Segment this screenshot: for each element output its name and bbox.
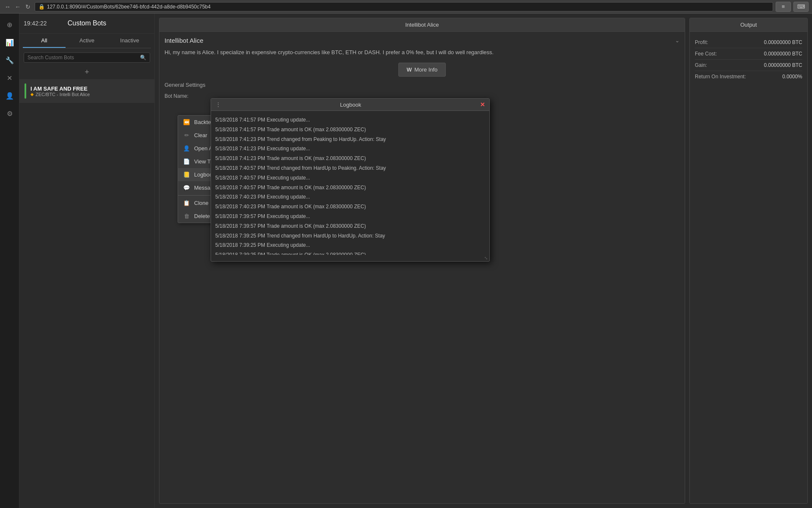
bot-name: I AM SAFE AND FREE [30, 86, 149, 92]
keyboard-icon: ⌨ [797, 3, 805, 10]
roi-value: 0.0000% [782, 74, 802, 80]
output-roi-row: Return On Investment: 0.0000% [695, 71, 802, 82]
delete-icon: 🗑 [183, 213, 190, 219]
nav-close-icon[interactable]: ✕ [3, 71, 16, 85]
browser-right-icons: ≡ ⌨ [776, 2, 809, 12]
more-info-button[interactable]: W More Info [398, 63, 445, 77]
intellibot-title-row: Intellibot Alice ⌄ [165, 37, 680, 44]
general-settings: General Settings Bot Name: [165, 82, 680, 101]
profit-value: 0.00000000 BTC [764, 39, 802, 45]
output-panel: Output Profit: 0.00000000 BTC Fee Cost: … [689, 18, 808, 504]
gain-label: Gain: [695, 62, 707, 68]
address-bar[interactable]: 🔒 127.0.0.1:8090/#/CustomBots/62bee746-b… [35, 2, 773, 11]
bot-list-item[interactable]: I AM SAFE AND FREE ◆ ZEC/BTC - Intelli B… [19, 79, 154, 103]
message-icon: 💬 [183, 185, 190, 191]
fee-value: 0.00000000 BTC [764, 51, 802, 57]
log-entry: 5/18/2018 7:40:23 PM Executing update... [215, 192, 485, 202]
log-entry: 5/18/2018 7:39:25 PM Trend changed from … [215, 231, 485, 241]
tab-active[interactable]: Active [66, 34, 108, 48]
output-panel-header: Output [690, 18, 807, 32]
cursor-icon: ↔ [3, 3, 12, 11]
bot-name-label: Bot Name: [165, 93, 189, 99]
nav-tools-icon[interactable]: 🔧 [3, 53, 16, 67]
logbook-body[interactable]: 5/18/2018 7:41:57 PM Executing update...… [211, 111, 489, 255]
general-settings-title: General Settings [165, 82, 680, 88]
log-entry: 5/18/2018 7:41:23 PM Trade amount is OK … [215, 154, 485, 163]
clear-icon: ✏ [183, 132, 190, 138]
intellibot-panel-header: Intellibot Alice [159, 18, 685, 32]
logbook-dialog-header: ⋮ Logbook ✕ [211, 99, 489, 111]
browser-chrome: ↔ ← ↻ 🔒 127.0.0.1:8090/#/CustomBots/62be… [0, 0, 812, 14]
log-entry: 5/18/2018 7:40:57 PM Trade amount is OK … [215, 183, 485, 193]
clear-label: Clear [194, 132, 207, 138]
bot-pair-text: ZEC/BTC - Intelli Bot Alice [36, 92, 90, 97]
app-time: 19:42:22 [24, 20, 47, 27]
output-fee-row: Fee Cost: 0.00000000 BTC [695, 48, 802, 60]
url-text: 127.0.0.1:8090/#/CustomBots/62bee746-bfc… [47, 4, 211, 10]
bot-status-indicator [25, 83, 26, 99]
logbook-close-button[interactable]: ✕ [480, 101, 485, 108]
intellibot-title: Intellibot Alice [165, 37, 203, 44]
logbook-icon: 📒 [183, 171, 190, 178]
nav-cursor-icon: ⊕ [3, 18, 16, 31]
delete-label: Delete [194, 213, 210, 219]
clone-icon: 📋 [183, 200, 190, 206]
log-entry: 5/18/2018 7:41:23 PM Trend changed from … [215, 135, 485, 144]
search-bar: 🔍 [24, 52, 150, 63]
hamburger-icon: ≡ [782, 3, 785, 10]
profit-label: Profit: [695, 39, 708, 45]
keyboard-button[interactable]: ⌨ [793, 2, 809, 12]
gain-value: 0.00000000 BTC [764, 62, 802, 68]
tab-inactive[interactable]: Inactive [108, 34, 151, 48]
output-gain-row: Gain: 0.00000000 BTC [695, 60, 802, 71]
more-info-icon: W [406, 66, 411, 73]
sidebar: Custom Bots 19:42:22 All Active Inactive… [19, 14, 155, 508]
tab-all[interactable]: All [23, 34, 66, 48]
logbook-dialog-title: Logbook [221, 102, 480, 108]
hamburger-button[interactable]: ≡ [776, 2, 791, 12]
log-entry: 5/18/2018 7:41:57 PM Executing update... [215, 115, 485, 125]
log-entry: 5/18/2018 7:40:57 PM Executing update... [215, 173, 485, 183]
trades-icon: 📄 [183, 158, 190, 165]
log-entry: 5/18/2018 7:40:57 PM Trend changed from … [215, 163, 485, 173]
tab-bar: All Active Inactive [23, 34, 151, 48]
clone-label: Clone [194, 200, 208, 206]
log-entry: 5/18/2018 7:39:25 PM Trade amount is OK … [215, 250, 485, 255]
output-content: Profit: 0.00000000 BTC Fee Cost: 0.00000… [690, 32, 807, 87]
backtest-icon: ⏪ [183, 119, 190, 125]
logbook-resize-handle[interactable]: ⤡ [211, 255, 489, 261]
diamond-icon: ◆ [30, 92, 34, 97]
reload-icon[interactable]: ↻ [24, 3, 32, 11]
roi-label: Return On Investment: [695, 74, 746, 80]
bot-info: I AM SAFE AND FREE ◆ ZEC/BTC - Intelli B… [30, 86, 149, 97]
nav-chart-icon[interactable]: 📊 [3, 36, 16, 49]
browser-nav-icons: ↔ ← ↻ [3, 3, 32, 11]
logbook-dialog: ⋮ Logbook ✕ 5/18/2018 7:41:57 PM Executi… [211, 98, 490, 262]
intellibot-description: Hi, my name is Alice. I specialize in ex… [165, 48, 680, 57]
back-icon[interactable]: ← [14, 3, 22, 11]
more-info-label: More Info [414, 66, 438, 73]
add-bot-button[interactable]: + [19, 65, 154, 79]
lock-icon: 🔒 [38, 4, 45, 10]
left-nav: ⊕ 📊 🔧 ✕ 👤 ⚙ [0, 14, 19, 508]
expand-icon[interactable]: ⌄ [675, 37, 680, 44]
nav-user-icon[interactable]: 👤 [3, 89, 16, 102]
search-input[interactable] [27, 55, 140, 61]
nav-settings-icon[interactable]: ⚙ [3, 107, 16, 120]
log-entry: 5/18/2018 7:40:23 PM Trade amount is OK … [215, 202, 485, 212]
log-entry: 5/18/2018 7:39:57 PM Executing update... [215, 212, 485, 221]
log-entry: 5/18/2018 7:41:23 PM Executing update... [215, 144, 485, 154]
log-entry: 5/18/2018 7:41:57 PM Trade amount is OK … [215, 125, 485, 135]
log-entry: 5/18/2018 7:39:57 PM Trade amount is OK … [215, 221, 485, 231]
analysis-icon: 👤 [183, 145, 190, 152]
search-icon: 🔍 [140, 55, 146, 61]
fee-label: Fee Cost: [695, 51, 717, 57]
output-profit-row: Profit: 0.00000000 BTC [695, 37, 802, 48]
log-entry: 5/18/2018 7:39:25 PM Executing update... [215, 240, 485, 250]
bot-pair: ◆ ZEC/BTC - Intelli Bot Alice [30, 92, 149, 97]
drag-handle-icon[interactable]: ⋮ [215, 101, 221, 108]
